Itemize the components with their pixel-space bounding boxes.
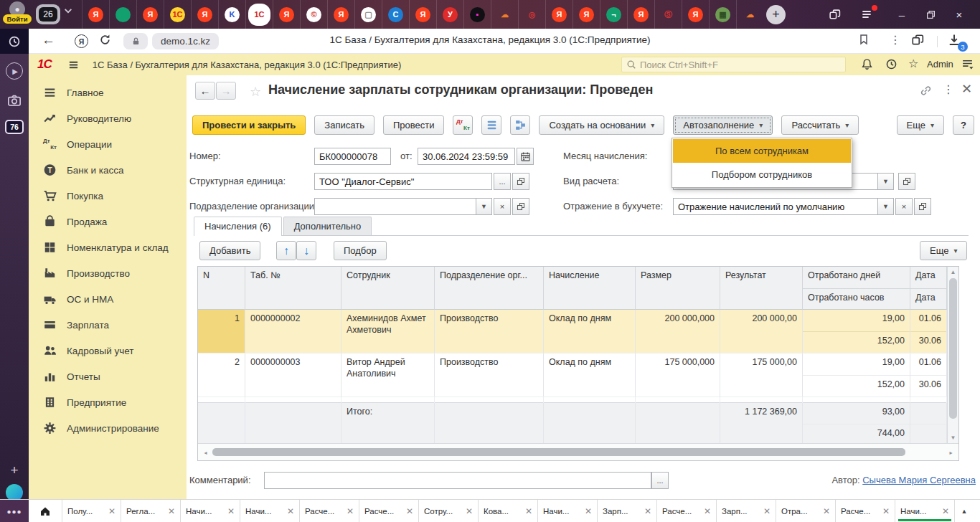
copy-link-icon[interactable] bbox=[920, 85, 933, 98]
col-n[interactable]: N bbox=[198, 267, 245, 310]
browser-tab[interactable]: Я bbox=[273, 0, 300, 29]
close-tab-icon[interactable]: ✕ bbox=[525, 506, 532, 516]
video-button[interactable]: ▶ bbox=[0, 62, 29, 80]
browser-tab[interactable]: K bbox=[218, 0, 245, 29]
unit-field[interactable]: ТОО "Диалог-Сервис" bbox=[314, 173, 492, 190]
nav-back-button[interactable]: ← bbox=[195, 82, 215, 100]
col-employee[interactable]: Сотрудник bbox=[341, 267, 435, 310]
calculate-button[interactable]: Рассчитать▾ bbox=[781, 115, 859, 135]
sidebar-item[interactable]: Руководителю bbox=[29, 105, 187, 131]
close-tab-icon[interactable]: ✕ bbox=[585, 506, 592, 516]
create-based-on-button[interactable]: Создать на основании▾ bbox=[539, 115, 664, 135]
sidebar-item[interactable]: Главное bbox=[29, 80, 187, 105]
more-button[interactable]: Еще▾ bbox=[897, 115, 944, 135]
sidebar-item[interactable]: Покупка bbox=[29, 183, 187, 209]
structure-button[interactable] bbox=[510, 115, 530, 135]
col-result[interactable]: Результат bbox=[720, 267, 803, 310]
close-tab-icon[interactable]: ✕ bbox=[347, 506, 354, 516]
table-row[interactable]: 2 0000000003 Витор Андрей Анатоливич Про… bbox=[198, 353, 947, 397]
dept-clear-button[interactable]: × bbox=[494, 198, 511, 215]
sidebar-item[interactable]: ОС и НМА bbox=[29, 286, 187, 312]
browser-tab[interactable]: Я bbox=[573, 0, 600, 29]
sidebar-item[interactable]: Номенклатура и склад bbox=[29, 234, 187, 260]
scroll-down-arrow[interactable]: ▼ bbox=[948, 435, 958, 441]
browser-tab[interactable] bbox=[109, 0, 136, 29]
browser-tab[interactable]: Я bbox=[327, 0, 354, 29]
taskbar-more-button[interactable]: ●●● bbox=[0, 500, 29, 522]
dept-dropdown-button[interactable]: ▼ bbox=[476, 198, 492, 215]
reflection-field[interactable]: Отражение начислений по умолчанию bbox=[673, 198, 878, 215]
reflection-open-button[interactable] bbox=[914, 198, 931, 215]
history-panel-button[interactable] bbox=[0, 29, 29, 54]
app-menu-button[interactable] bbox=[67, 60, 80, 70]
comment-expand-button[interactable]: ... bbox=[651, 472, 669, 489]
dropdown-item[interactable]: По всем сотрудникам bbox=[673, 139, 851, 163]
browser-tab[interactable]: Я bbox=[627, 0, 654, 29]
post-button[interactable]: Провести bbox=[383, 115, 445, 135]
tab-list-chevron[interactable] bbox=[63, 6, 80, 23]
taskbar-tab[interactable]: Сотру... ✕ bbox=[419, 500, 479, 522]
reflection-dropdown-button[interactable]: ▼ bbox=[878, 198, 894, 215]
downloads-button[interactable]: 3 bbox=[947, 33, 963, 49]
close-tab-icon[interactable]: ✕ bbox=[227, 506, 235, 516]
address-menu-button[interactable]: ⋮ bbox=[890, 33, 904, 47]
taskbar-tab[interactable]: Отра... ✕ bbox=[776, 500, 836, 522]
number-field[interactable]: БК000000078 bbox=[314, 148, 391, 165]
pick-button[interactable]: Подбор bbox=[334, 241, 387, 260]
sidebar-item[interactable]: Продажа bbox=[29, 209, 187, 234]
nav-forward-button[interactable]: → bbox=[216, 82, 236, 100]
move-down-button[interactable]: ↓ bbox=[296, 241, 316, 260]
user-menu-button[interactable] bbox=[961, 58, 974, 71]
scroll-up-arrow[interactable]: ▲ bbox=[948, 269, 958, 275]
browser-tab[interactable]: Я bbox=[545, 0, 573, 29]
site-security-button[interactable] bbox=[123, 33, 148, 49]
browser-menu-button[interactable] bbox=[859, 6, 875, 22]
taskbar-tab[interactable]: Кова... ✕ bbox=[479, 500, 538, 522]
sidebar-item[interactable]: Зарплата bbox=[29, 312, 187, 338]
sidebar-item[interactable]: Т Банк и касса bbox=[29, 157, 187, 183]
calendar-button[interactable] bbox=[517, 148, 534, 165]
taskbar-tab[interactable]: Полу... ✕ bbox=[62, 500, 121, 522]
camera-button[interactable] bbox=[0, 93, 29, 108]
tab-counter[interactable]: 26 bbox=[36, 4, 60, 24]
page-tab[interactable]: Дополнительно bbox=[283, 217, 372, 235]
close-tab-icon[interactable]: ✕ bbox=[168, 506, 175, 516]
back-button[interactable]: ← bbox=[42, 32, 56, 47]
sidebar-item[interactable]: ДтКт Операции bbox=[29, 131, 187, 157]
col-size[interactable]: Размер bbox=[636, 267, 720, 310]
author-link[interactable]: Сычева Мария Сергеевна bbox=[862, 475, 976, 485]
taskbar-tab[interactable]: Начи... ✕ bbox=[181, 500, 240, 522]
page-tab[interactable]: Начисления (6) bbox=[194, 217, 282, 236]
close-tab-icon[interactable]: ✕ bbox=[466, 506, 473, 516]
col-department[interactable]: Подразделение орг... bbox=[435, 267, 544, 310]
favorites-button[interactable]: ☆ bbox=[908, 57, 921, 70]
unit-select-button[interactable]: ... bbox=[494, 173, 511, 190]
scroll-right-arrow[interactable]: ▸ bbox=[946, 450, 956, 456]
autofill-button[interactable]: Автозаполнение▾ bbox=[673, 115, 773, 135]
register-list-button[interactable] bbox=[481, 115, 501, 135]
browser-tab[interactable]: Я bbox=[82, 0, 109, 29]
col-tab-no[interactable]: Таб. № bbox=[245, 267, 341, 310]
save-button[interactable]: Записать bbox=[314, 115, 374, 135]
close-tab-icon[interactable]: ✕ bbox=[287, 506, 294, 516]
move-up-button[interactable]: ↑ bbox=[276, 241, 296, 260]
maximize-button[interactable] bbox=[923, 6, 938, 22]
calc-kind-dropdown-button[interactable]: ▼ bbox=[878, 173, 894, 190]
counter-badge[interactable]: 76 bbox=[0, 120, 29, 134]
taskbar-tab[interactable]: Расче... ✕ bbox=[300, 500, 359, 522]
taskbar-tab[interactable]: Зарп... ✕ bbox=[717, 500, 776, 522]
browser-tab[interactable]: 1С bbox=[164, 0, 191, 29]
add-panel-button[interactable]: + bbox=[0, 462, 29, 478]
sidebar-item[interactable]: Предприятие bbox=[29, 389, 187, 415]
date-field[interactable]: 30.06.2024 23:59:59 bbox=[418, 148, 515, 165]
comment-field[interactable] bbox=[264, 472, 651, 489]
taskbar-tab[interactable]: Начи... ✕ bbox=[240, 500, 300, 522]
unit-open-button[interactable] bbox=[512, 173, 529, 190]
add-row-button[interactable]: Добавить bbox=[199, 241, 260, 260]
form-menu-button[interactable]: ⋮ bbox=[943, 82, 956, 95]
table-row[interactable]: 1 0000000002 Ахеминидов Ахмет Ахметович … bbox=[198, 310, 947, 353]
taskbar-tab[interactable]: Зарп... ✕ bbox=[598, 500, 657, 522]
browser-tab[interactable]: C bbox=[382, 0, 409, 29]
close-tab-icon[interactable]: ✕ bbox=[704, 506, 711, 516]
browser-tab[interactable]: ▪ bbox=[463, 0, 491, 29]
